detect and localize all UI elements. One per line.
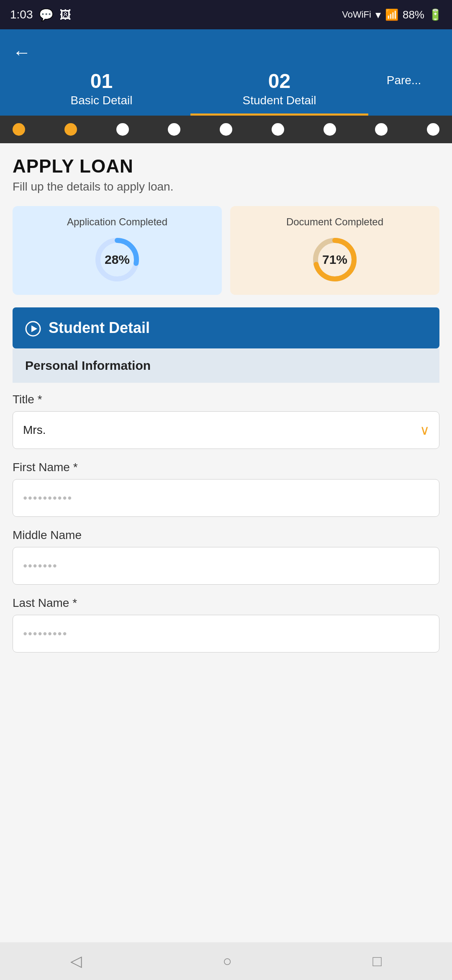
step-2-label: Student Detail: [243, 94, 316, 107]
first-name-input[interactable]: [13, 479, 439, 517]
dot-6: [272, 123, 284, 136]
last-name-input[interactable]: [13, 615, 439, 652]
back-nav-icon[interactable]: ◁: [70, 952, 82, 970]
middle-name-label: Middle Name: [13, 529, 439, 542]
step-3-label: Pare...: [387, 74, 421, 87]
gallery-icon: 🖼: [59, 8, 71, 22]
step-2-number: 02: [268, 71, 290, 91]
document-donut: 71%: [310, 235, 360, 285]
recent-nav-icon[interactable]: □: [372, 952, 382, 970]
dot-5: [220, 123, 232, 136]
section-header-text: Student Detail: [49, 319, 150, 337]
bottom-nav: ◁ ○ □: [0, 942, 452, 980]
step-1-label: Basic Detail: [71, 94, 133, 107]
status-bar: 1:03 💬 🖼 VoWiFi ▾ 📶 88% 🔋: [0, 0, 452, 29]
dot-4: [168, 123, 180, 136]
battery-icon: 🔋: [429, 8, 442, 21]
signal-icon: 📶: [385, 8, 398, 21]
step-1[interactable]: 01 Basic Detail: [13, 71, 190, 116]
document-completed-card: Document Completed 71%: [230, 206, 439, 295]
title-select-wrapper[interactable]: ∨: [13, 411, 439, 449]
wifi-icon: ▾: [375, 8, 381, 21]
title-label: Title *: [13, 393, 439, 406]
application-completed-card: Application Completed 28%: [13, 206, 222, 295]
step-1-number: 01: [90, 71, 113, 91]
dot-8: [375, 123, 388, 136]
dot-1: [13, 123, 25, 136]
middle-name-group: Middle Name: [13, 529, 439, 585]
page-title: APPLY LOAN: [13, 156, 439, 177]
vowifi-icon: VoWiFi: [342, 9, 371, 20]
title-group: Title * ∨: [13, 393, 439, 449]
title-input[interactable]: [13, 411, 439, 449]
application-percent: 28%: [105, 253, 130, 267]
whatsapp-icon: 💬: [39, 8, 54, 22]
application-completed-label: Application Completed: [67, 216, 167, 228]
document-completed-label: Document Completed: [286, 216, 383, 228]
battery: 88%: [403, 8, 424, 21]
back-button[interactable]: ←: [13, 42, 439, 63]
main-content: APPLY LOAN Fill up the details to apply …: [0, 143, 452, 942]
sub-section-title: Personal Information: [25, 358, 151, 372]
dot-7: [324, 123, 336, 136]
status-bar-right: VoWiFi ▾ 📶 88% 🔋: [342, 8, 442, 21]
page-subtitle: Fill up the details to apply loan.: [13, 180, 439, 193]
header: ← 01 Basic Detail 02 Student Detail Pare…: [0, 29, 452, 116]
document-percent: 71%: [322, 253, 347, 267]
step-2-active-bar: [190, 113, 368, 116]
time: 1:03: [10, 8, 33, 21]
last-name-group: Last Name *: [13, 596, 439, 652]
dot-3: [116, 123, 129, 136]
dots-bar: [0, 116, 452, 143]
last-name-label: Last Name *: [13, 596, 439, 610]
first-name-group: First Name *: [13, 461, 439, 517]
step-3-partial: Pare...: [368, 71, 439, 116]
application-donut: 28%: [92, 235, 142, 285]
home-nav-icon[interactable]: ○: [223, 952, 232, 970]
status-bar-left: 1:03 💬 🖼: [10, 8, 71, 22]
dot-2: [64, 123, 77, 136]
sub-section-header: Personal Information: [13, 348, 439, 383]
first-name-label: First Name *: [13, 461, 439, 474]
form: Title * ∨ First Name * Middle Name: [13, 393, 439, 652]
progress-cards: Application Completed 28% Document Compl…: [13, 206, 439, 295]
dot-9: [427, 123, 439, 136]
svg-marker-5: [31, 325, 37, 332]
steps-row: 01 Basic Detail 02 Student Detail Pare..…: [13, 71, 439, 116]
section-header: Student Detail: [13, 307, 439, 348]
middle-name-input[interactable]: [13, 547, 439, 585]
step-2[interactable]: 02 Student Detail: [190, 71, 368, 116]
section-header-icon: [25, 319, 41, 337]
